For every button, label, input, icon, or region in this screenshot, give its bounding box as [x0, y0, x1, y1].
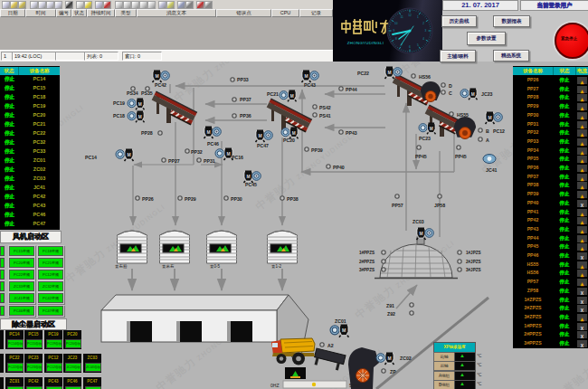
svg-text:PP44: PP44 — [346, 87, 357, 92]
svg-text:青石粉: 青石粉 — [115, 263, 128, 270]
svg-text:D: D — [449, 83, 452, 89]
svg-text:M: M — [127, 152, 130, 157]
svg-text:PC19: PC19 — [113, 100, 125, 106]
svg-text:PC23: PC23 — [419, 136, 431, 141]
svg-text:1#PPZS: 1#PPZS — [359, 251, 375, 255]
svg-text:HS56: HS56 — [419, 74, 431, 80]
svg-text:Z91: Z91 — [386, 303, 394, 308]
svg-text:青0-5: 青0-5 — [210, 264, 221, 269]
svg-text:HS55: HS55 — [457, 112, 469, 118]
svg-text:M: M — [138, 102, 142, 107]
svg-text:PP36: PP36 — [240, 113, 251, 119]
svg-text:青米石: 青米石 — [162, 263, 175, 269]
svg-text:PC42: PC42 — [155, 82, 166, 88]
svg-text:M: M — [419, 231, 422, 236]
svg-text:PC18: PC18 — [113, 113, 125, 119]
svg-text:PP39: PP39 — [311, 147, 323, 153]
svg-text:3#PPZS: 3#PPZS — [359, 268, 375, 272]
svg-text:M: M — [292, 131, 296, 136]
svg-text:M: M — [471, 92, 475, 97]
svg-text:ZP: ZP — [390, 369, 396, 375]
svg-text:PP57: PP57 — [392, 203, 403, 208]
svg-text:PC22: PC22 — [357, 71, 369, 76]
svg-text:JC23: JC23 — [481, 91, 493, 97]
svg-text:PP45: PP45 — [415, 154, 427, 159]
svg-text:PS35: PS35 — [141, 90, 153, 96]
svg-text:1#JPZS: 1#JPZS — [466, 251, 481, 255]
svg-text:PC46: PC46 — [207, 141, 219, 147]
svg-text:50HZ: 50HZ — [349, 383, 360, 388]
svg-text:0HZ: 0HZ — [270, 383, 279, 388]
svg-text:M: M — [206, 129, 210, 135]
svg-text:PP32: PP32 — [191, 149, 203, 155]
svg-text:PS42: PS42 — [319, 105, 331, 110]
svg-text:PP30: PP30 — [231, 196, 242, 202]
svg-text:A: A — [486, 138, 489, 143]
svg-text:PC43: PC43 — [304, 82, 316, 88]
svg-text:C: C — [449, 90, 452, 96]
svg-text:JC41: JC41 — [486, 167, 498, 173]
svg-text:3#JPZS: 3#JPZS — [466, 268, 481, 272]
svg-text:JP58: JP58 — [434, 203, 445, 208]
svg-text:M: M — [246, 174, 250, 179]
svg-text:PP33: PP33 — [237, 77, 249, 82]
svg-text:2#JPZS: 2#JPZS — [466, 260, 481, 264]
svg-text:M: M — [304, 73, 308, 79]
svg-text:M: M — [430, 127, 433, 131]
svg-text:PP37: PP37 — [240, 97, 251, 102]
svg-text:ZC03: ZC03 — [413, 219, 424, 224]
svg-text:2#PPZS: 2#PPZS — [359, 260, 375, 264]
svg-text:PP38: PP38 — [287, 196, 299, 202]
svg-text:M: M — [138, 115, 142, 119]
svg-text:PS41: PS41 — [319, 113, 331, 119]
svg-text:M: M — [258, 133, 261, 138]
svg-text:M: M — [290, 94, 294, 99]
svg-text:PC21: PC21 — [267, 91, 279, 97]
svg-text:PP29: PP29 — [185, 196, 196, 202]
svg-text:PC16: PC16 — [232, 155, 243, 160]
svg-text:ZC02: ZC02 — [400, 356, 412, 361]
svg-text:M: M — [226, 151, 230, 157]
svg-text:PP40: PP40 — [333, 165, 345, 170]
svg-text:PC14: PC14 — [85, 155, 97, 160]
svg-text:青1-2: 青1-2 — [271, 264, 282, 269]
svg-text:PP28: PP28 — [141, 130, 153, 136]
svg-text:PP45: PP45 — [455, 154, 467, 159]
svg-text:PP31: PP31 — [204, 158, 215, 164]
svg-text:M: M — [155, 73, 158, 79]
svg-text:PC12: PC12 — [493, 128, 505, 134]
svg-text:A2: A2 — [327, 343, 334, 348]
svg-text:PP27: PP27 — [168, 158, 180, 164]
svg-text:PC47: PC47 — [257, 143, 269, 148]
svg-text:ZC01: ZC01 — [335, 318, 346, 324]
svg-text:B: B — [486, 128, 489, 134]
svg-text:PP43: PP43 — [346, 130, 357, 136]
svg-text:PC20: PC20 — [283, 138, 295, 143]
svg-text:PS34: PS34 — [127, 90, 138, 96]
svg-text:PC45: PC45 — [245, 182, 257, 187]
svg-text:M: M — [387, 70, 391, 75]
svg-text:M: M — [488, 115, 491, 120]
svg-text:Z92: Z92 — [387, 311, 395, 317]
svg-text:M: M — [387, 356, 391, 361]
svg-text:M: M — [342, 327, 346, 333]
svg-text:PP26: PP26 — [142, 196, 154, 202]
